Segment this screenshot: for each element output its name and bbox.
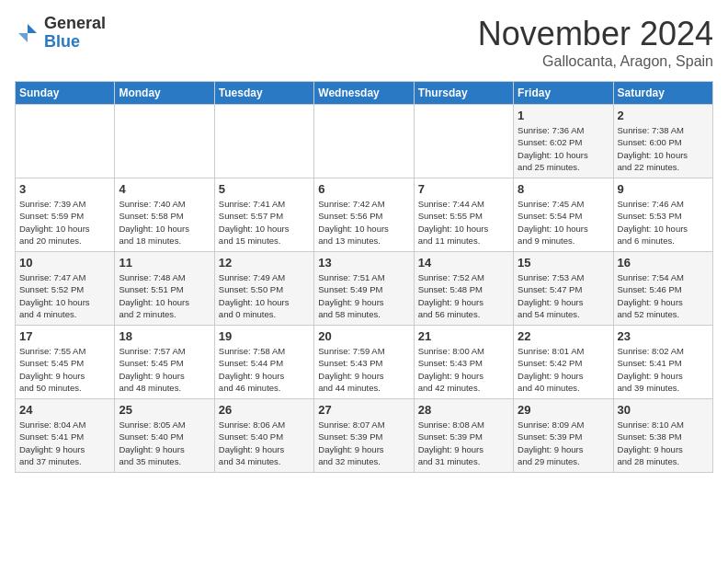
calendar-cell: 13Sunrise: 7:51 AM Sunset: 5:49 PM Dayli… [314,252,414,326]
calendar-cell: 16Sunrise: 7:54 AM Sunset: 5:46 PM Dayli… [613,252,712,326]
day-number: 16 [618,256,709,270]
page-header: General Blue November 2024 Gallocanta, A… [15,15,713,70]
day-number: 28 [418,403,509,417]
day-number: 22 [518,329,609,343]
day-info: Sunrise: 8:01 AM Sunset: 5:42 PM Dayligh… [518,345,609,394]
calendar-cell: 18Sunrise: 7:57 AM Sunset: 5:45 PM Dayli… [115,326,214,399]
day-number: 24 [19,403,110,417]
svg-marker-1 [18,33,28,42]
calendar-cell: 28Sunrise: 8:08 AM Sunset: 5:39 PM Dayli… [414,399,513,473]
day-number: 18 [119,329,210,343]
day-info: Sunrise: 8:08 AM Sunset: 5:39 PM Dayligh… [418,419,509,467]
calendar-cell [16,105,115,178]
day-info: Sunrise: 8:04 AM Sunset: 5:41 PM Dayligh… [19,419,110,467]
day-number: 25 [119,403,210,417]
day-info: Sunrise: 8:02 AM Sunset: 5:41 PM Dayligh… [618,345,709,394]
calendar-cell: 1Sunrise: 7:36 AM Sunset: 6:02 PM Daylig… [514,105,613,178]
calendar-cell: 15Sunrise: 7:53 AM Sunset: 5:47 PM Dayli… [514,252,613,326]
calendar-cell: 24Sunrise: 8:04 AM Sunset: 5:41 PM Dayli… [16,399,115,473]
calendar-week-5: 24Sunrise: 8:04 AM Sunset: 5:41 PM Dayli… [16,399,713,473]
calendar-cell: 25Sunrise: 8:05 AM Sunset: 5:40 PM Dayli… [115,399,214,473]
day-info: Sunrise: 7:46 AM Sunset: 5:53 PM Dayligh… [618,198,709,247]
day-info: Sunrise: 7:47 AM Sunset: 5:52 PM Dayligh… [19,271,110,320]
calendar-week-2: 3Sunrise: 7:39 AM Sunset: 5:59 PM Daylig… [16,178,713,252]
day-number: 10 [19,256,110,270]
calendar-cell: 17Sunrise: 7:55 AM Sunset: 5:45 PM Dayli… [16,326,115,399]
day-number: 11 [119,256,210,270]
day-number: 8 [518,182,609,196]
location-subtitle: Gallocanta, Aragon, Spain [478,53,713,70]
weekday-header-thursday: Thursday [414,82,513,105]
day-info: Sunrise: 8:06 AM Sunset: 5:40 PM Dayligh… [219,419,310,467]
calendar-cell [314,105,414,178]
calendar-cell: 27Sunrise: 8:07 AM Sunset: 5:39 PM Dayli… [314,399,414,473]
day-number: 3 [19,182,110,196]
calendar-week-3: 10Sunrise: 7:47 AM Sunset: 5:52 PM Dayli… [16,252,713,326]
weekday-header-monday: Monday [115,82,214,105]
day-info: Sunrise: 7:41 AM Sunset: 5:57 PM Dayligh… [219,198,310,247]
day-info: Sunrise: 7:40 AM Sunset: 5:58 PM Dayligh… [119,198,210,247]
day-info: Sunrise: 7:53 AM Sunset: 5:47 PM Dayligh… [518,271,609,320]
day-number: 17 [19,329,110,343]
calendar-cell: 11Sunrise: 7:48 AM Sunset: 5:51 PM Dayli… [115,252,214,326]
day-number: 15 [518,256,609,270]
day-number: 7 [418,182,509,196]
calendar-header-row: SundayMondayTuesdayWednesdayThursdayFrid… [16,82,713,105]
day-number: 4 [119,182,210,196]
day-info: Sunrise: 8:10 AM Sunset: 5:38 PM Dayligh… [618,419,709,467]
calendar-cell: 21Sunrise: 8:00 AM Sunset: 5:43 PM Dayli… [414,326,513,399]
calendar-cell: 9Sunrise: 7:46 AM Sunset: 5:53 PM Daylig… [613,178,712,252]
day-info: Sunrise: 7:44 AM Sunset: 5:55 PM Dayligh… [418,198,509,247]
day-info: Sunrise: 8:05 AM Sunset: 5:40 PM Dayligh… [119,419,210,467]
day-number: 12 [219,256,310,270]
title-block: November 2024 Gallocanta, Aragon, Spain [478,15,713,70]
day-info: Sunrise: 7:38 AM Sunset: 6:00 PM Dayligh… [618,124,709,173]
weekday-header-sunday: Sunday [16,82,115,105]
calendar-cell: 6Sunrise: 7:42 AM Sunset: 5:56 PM Daylig… [314,178,414,252]
day-info: Sunrise: 8:00 AM Sunset: 5:43 PM Dayligh… [418,345,509,394]
day-number: 23 [618,329,709,343]
calendar-cell [115,105,214,178]
day-info: Sunrise: 7:45 AM Sunset: 5:54 PM Dayligh… [518,198,609,247]
day-number: 9 [618,182,709,196]
calendar-cell: 3Sunrise: 7:39 AM Sunset: 5:59 PM Daylig… [16,178,115,252]
day-number: 27 [318,403,409,417]
day-number: 5 [219,182,310,196]
weekday-header-tuesday: Tuesday [214,82,313,105]
day-info: Sunrise: 7:39 AM Sunset: 5:59 PM Dayligh… [19,198,110,247]
weekday-header-saturday: Saturday [613,82,712,105]
day-info: Sunrise: 7:54 AM Sunset: 5:46 PM Dayligh… [618,271,709,320]
calendar-cell: 26Sunrise: 8:06 AM Sunset: 5:40 PM Dayli… [214,399,313,473]
logo-blue: Blue [44,32,80,51]
day-number: 19 [219,329,310,343]
calendar-cell: 14Sunrise: 7:52 AM Sunset: 5:48 PM Dayli… [414,252,513,326]
calendar-cell: 2Sunrise: 7:38 AM Sunset: 6:00 PM Daylig… [613,105,712,178]
day-number: 2 [618,109,709,122]
calendar-cell: 29Sunrise: 8:09 AM Sunset: 5:39 PM Dayli… [514,399,613,473]
day-info: Sunrise: 7:55 AM Sunset: 5:45 PM Dayligh… [19,345,110,394]
calendar-week-4: 17Sunrise: 7:55 AM Sunset: 5:45 PM Dayli… [16,326,713,399]
calendar-cell: 19Sunrise: 7:58 AM Sunset: 5:44 PM Dayli… [214,326,313,399]
day-info: Sunrise: 7:57 AM Sunset: 5:45 PM Dayligh… [119,345,210,394]
day-info: Sunrise: 7:51 AM Sunset: 5:49 PM Dayligh… [318,271,409,320]
weekday-header-friday: Friday [514,82,613,105]
day-info: Sunrise: 7:49 AM Sunset: 5:50 PM Dayligh… [219,271,310,320]
calendar-table: SundayMondayTuesdayWednesdayThursdayFrid… [15,81,713,473]
day-info: Sunrise: 8:07 AM Sunset: 5:39 PM Dayligh… [318,419,409,467]
day-info: Sunrise: 8:09 AM Sunset: 5:39 PM Dayligh… [518,419,609,467]
day-number: 29 [518,403,609,417]
day-number: 1 [518,109,609,122]
calendar-cell: 4Sunrise: 7:40 AM Sunset: 5:58 PM Daylig… [115,178,214,252]
month-title: November 2024 [478,15,713,53]
day-number: 14 [418,256,509,270]
logo-icon [15,20,40,46]
day-info: Sunrise: 7:48 AM Sunset: 5:51 PM Dayligh… [119,271,210,320]
day-info: Sunrise: 7:58 AM Sunset: 5:44 PM Dayligh… [219,345,310,394]
calendar-week-1: 1Sunrise: 7:36 AM Sunset: 6:02 PM Daylig… [16,105,713,178]
calendar-cell: 22Sunrise: 8:01 AM Sunset: 5:42 PM Dayli… [514,326,613,399]
calendar-cell: 30Sunrise: 8:10 AM Sunset: 5:38 PM Dayli… [613,399,712,473]
day-info: Sunrise: 7:59 AM Sunset: 5:43 PM Dayligh… [318,345,409,394]
calendar-cell [414,105,513,178]
calendar-cell: 5Sunrise: 7:41 AM Sunset: 5:57 PM Daylig… [214,178,313,252]
calendar-cell: 20Sunrise: 7:59 AM Sunset: 5:43 PM Dayli… [314,326,414,399]
